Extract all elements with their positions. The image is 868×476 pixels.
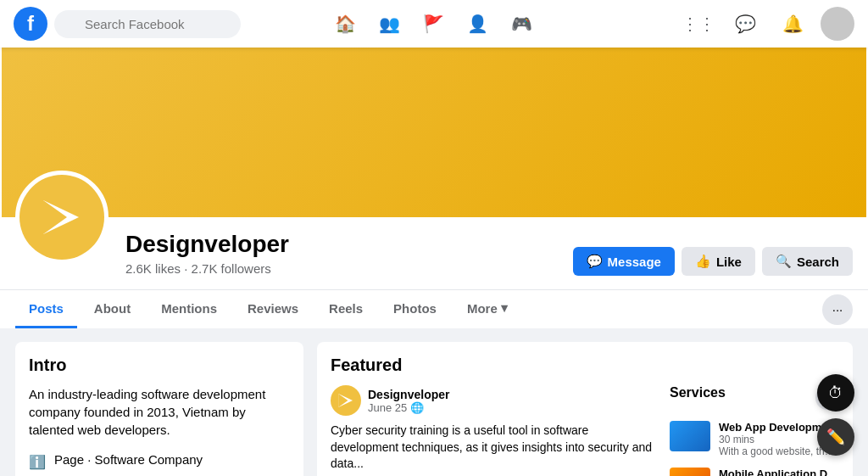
service-thumb-mobile — [670, 468, 710, 476]
home-nav-button[interactable]: 🏠 — [326, 3, 366, 44]
left-column: Intro An industry-leading software devel… — [15, 342, 303, 476]
tabs-bar: Posts About Mentions Reviews Reels Photo… — [2, 290, 866, 328]
intro-card: Intro An industry-leading software devel… — [15, 342, 303, 476]
like-button[interactable]: 👍 Like — [682, 247, 755, 276]
tab-reels[interactable]: Reels — [315, 291, 376, 328]
like-icon: 👍 — [695, 254, 711, 269]
tab-photos[interactable]: Photos — [380, 291, 450, 328]
message-button[interactable]: 💬 Message — [573, 247, 675, 276]
intro-description: An industry-leading software development… — [29, 385, 290, 439]
tab-more[interactable]: More ▾ — [453, 290, 521, 328]
featured-card: Featured Designveloper — [317, 342, 853, 476]
cover-container: Designveloper 2.6K likes · 2.7K follower… — [0, 48, 868, 328]
services-nav: Services › — [670, 385, 839, 411]
service-item-web: Web App Development 30 mins With a good … — [670, 421, 839, 457]
float-edit-button[interactable]: ✏️ — [817, 418, 854, 456]
services-column: Services › Web App Development 30 mins W… — [670, 385, 839, 476]
post-avatar-logo — [336, 390, 356, 411]
apps-button[interactable]: ⋮⋮ — [678, 3, 719, 44]
services-title: Services — [670, 385, 726, 400]
profile-info: Designveloper 2.6K likes · 2.7K follower… — [125, 231, 289, 276]
svg-marker-6 — [338, 394, 348, 407]
post-date: June 25 🌐 — [368, 401, 449, 414]
profile-actions: 💬 Message 👍 Like 🔍 Search — [573, 247, 853, 276]
user-avatar[interactable] — [821, 7, 854, 41]
search-profile-icon: 🔍 — [776, 254, 792, 269]
main-content: Intro An industry-leading software devel… — [2, 342, 866, 476]
post-author-avatar — [331, 385, 361, 416]
search-profile-button[interactable]: 🔍 Search — [762, 247, 853, 276]
post-author-name: Designveloper — [368, 388, 449, 401]
post-header: Designveloper June 25 🌐 — [331, 385, 656, 416]
globe-small-icon: 🌐 — [410, 401, 424, 414]
chevron-down-icon: ▾ — [501, 300, 508, 316]
friends-nav-button[interactable]: 👥 — [370, 3, 410, 44]
search-wrap: 🔍 — [54, 10, 241, 38]
featured-post: Designveloper June 25 🌐 Cyber security t… — [331, 385, 656, 476]
notifications-button[interactable]: 🔔 — [773, 3, 814, 44]
nav-left: f 🔍 — [14, 7, 289, 41]
info-icon: ℹ️ — [29, 453, 46, 470]
tab-about[interactable]: About — [81, 291, 144, 328]
watch-nav-button[interactable]: 🚩 — [414, 3, 454, 44]
featured-inner: Designveloper June 25 🌐 Cyber security t… — [331, 385, 839, 476]
more-options-button[interactable]: ··· — [822, 294, 853, 325]
svg-marker-1 — [43, 200, 67, 234]
gaming-nav-button[interactable]: 🎮 — [502, 3, 542, 44]
profile-stats: 2.6K likes · 2.7K followers — [125, 261, 289, 276]
featured-title: Featured — [331, 356, 839, 375]
service-name-mobile: Mobile Application Deve — [719, 468, 839, 476]
profile-name: Designveloper — [125, 231, 289, 258]
service-thumb-web — [670, 421, 710, 451]
tab-reviews[interactable]: Reviews — [234, 291, 312, 328]
messenger-button[interactable]: 💬 — [726, 3, 766, 44]
post-text: Cyber security training is a useful tool… — [331, 423, 656, 473]
intro-title: Intro — [29, 356, 290, 375]
page-type-text: Page · Software Company — [54, 452, 203, 467]
service-info-mobile: Mobile Application Deve 30 mins With a g… — [719, 468, 839, 476]
right-column: Featured Designveloper — [317, 342, 853, 476]
cover-photo — [2, 48, 866, 217]
float-clock-button[interactable]: ⏱ — [817, 374, 854, 412]
top-navigation: f 🔍 🏠 👥 🚩 👤 🎮 ⋮⋮ 💬 🔔 — [0, 0, 868, 48]
tab-mentions[interactable]: Mentions — [147, 291, 231, 328]
nav-right: ⋮⋮ 💬 🔔 — [579, 3, 854, 44]
post-author-info: Designveloper June 25 🌐 — [368, 388, 449, 414]
tab-posts[interactable]: Posts — [15, 291, 77, 328]
avatar-inner — [19, 175, 104, 260]
marketplace-nav-button[interactable]: 👤 — [458, 3, 498, 44]
nav-center: 🏠 👥 🚩 👤 🎮 — [296, 3, 571, 44]
page-type-row: ℹ️ Page · Software Company — [29, 452, 290, 470]
profile-section: Designveloper 2.6K likes · 2.7K follower… — [2, 217, 866, 289]
profile-avatar — [15, 171, 108, 264]
search-input[interactable] — [54, 10, 241, 38]
facebook-logo[interactable]: f — [14, 7, 47, 41]
profile-info-row: Designveloper 2.6K likes · 2.7K follower… — [15, 217, 853, 289]
floating-buttons: ⏱ ✏️ — [817, 374, 854, 456]
service-item-mobile: Mobile Application Deve 30 mins With a g… — [670, 468, 839, 476]
message-icon: 💬 — [587, 254, 603, 269]
brand-logo-svg — [36, 192, 87, 243]
